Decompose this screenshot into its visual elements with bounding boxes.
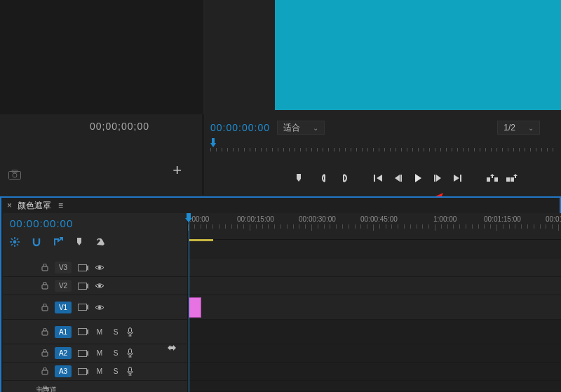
timeline-tool-row <box>10 235 105 249</box>
voiceover-icon[interactable] <box>127 367 133 376</box>
track-tag-v3[interactable]: V3 <box>55 262 72 273</box>
playhead-line[interactable] <box>189 213 189 392</box>
ruler-label: 1:00:00 <box>433 215 457 223</box>
track-tag-a3[interactable]: A3 <box>55 365 72 377</box>
eye-icon[interactable] <box>95 304 104 311</box>
solo-button[interactable]: S <box>111 367 121 375</box>
svg-point-12 <box>13 241 17 244</box>
svg-rect-31 <box>79 329 87 335</box>
voiceover-icon[interactable] <box>127 349 133 358</box>
playhead-head-icon[interactable] <box>184 213 193 225</box>
lock-icon[interactable] <box>41 367 48 375</box>
track-output-icon[interactable] <box>78 283 88 290</box>
linked-selection-icon[interactable] <box>53 237 63 247</box>
eye-icon[interactable] <box>95 264 104 271</box>
svg-rect-5 <box>400 175 402 182</box>
track-output-icon[interactable] <box>78 304 88 311</box>
track-header-v3[interactable]: V3 <box>3 259 188 277</box>
transport-bar <box>205 168 561 189</box>
close-panel-button[interactable]: × <box>7 201 12 210</box>
panel-menu-icon[interactable]: ≡ <box>58 201 65 210</box>
snap-toggle-icon[interactable] <box>32 237 41 247</box>
zoom-fit-dropdown[interactable]: 适合 ⌄ <box>277 121 325 135</box>
track-tag-a1[interactable]: A1 <box>55 326 72 338</box>
go-to-in-button[interactable] <box>369 170 388 187</box>
mark-in-button[interactable] <box>316 170 335 187</box>
lane-main[interactable] <box>188 381 561 392</box>
track-tag-v1[interactable]: V1 <box>55 302 72 313</box>
track-output-icon[interactable] <box>78 368 88 375</box>
lane-a3[interactable] <box>188 363 561 381</box>
track-header-a3[interactable]: A3 M S <box>3 363 188 381</box>
play-stop-toggle-button[interactable] <box>408 170 428 187</box>
timeline-timecode[interactable]: 00:00:00:00 <box>10 217 73 229</box>
track-header-main[interactable]: 主声道 <box>3 381 188 392</box>
svg-rect-8 <box>487 177 490 182</box>
lock-icon[interactable] <box>41 349 48 357</box>
lane-v2[interactable] <box>188 277 561 295</box>
svg-rect-7 <box>460 175 461 182</box>
svg-rect-11 <box>511 177 514 182</box>
lane-v1[interactable] <box>188 295 561 320</box>
lock-icon[interactable] <box>41 328 48 336</box>
lane-a1[interactable] <box>188 320 561 344</box>
step-back-button[interactable] <box>388 170 408 187</box>
track-header-a2[interactable]: A2 M S <box>3 344 188 363</box>
svg-line-17 <box>11 238 13 240</box>
add-marker-icon[interactable] <box>75 237 83 247</box>
lock-icon[interactable] <box>41 304 48 311</box>
svg-line-19 <box>11 244 13 245</box>
lift-button[interactable] <box>482 170 502 187</box>
step-forward-button[interactable] <box>428 170 447 187</box>
source-monitor[interactable] <box>0 0 203 114</box>
svg-rect-10 <box>506 177 510 182</box>
nest-sequence-icon[interactable] <box>10 237 20 247</box>
go-to-out-button[interactable] <box>447 170 467 187</box>
svg-rect-27 <box>42 306 48 311</box>
voiceover-icon[interactable] <box>127 327 133 337</box>
lane-a2[interactable] <box>188 344 561 363</box>
mark-out-button[interactable] <box>335 170 355 187</box>
extract-button[interactable] <box>502 170 522 187</box>
export-frame-icon[interactable] <box>8 170 21 180</box>
eye-icon[interactable] <box>95 283 104 289</box>
clip-color-matte[interactable] <box>189 297 201 318</box>
program-monitor[interactable] <box>275 0 561 110</box>
track-tag-a2[interactable]: A2 <box>55 347 72 359</box>
svg-rect-6 <box>434 175 435 182</box>
svg-rect-40 <box>187 213 191 218</box>
lane-v3[interactable] <box>188 259 561 277</box>
solo-button[interactable]: S <box>111 349 121 357</box>
source-timecode[interactable]: 00;00;00;00 <box>90 121 149 132</box>
track-header-a1[interactable]: A1 M S <box>3 320 188 344</box>
svg-point-26 <box>98 285 101 288</box>
track-output-icon[interactable] <box>78 328 88 335</box>
solo-button[interactable]: S <box>111 328 121 336</box>
add-marker-button[interactable] <box>289 170 309 187</box>
work-area-bar[interactable] <box>189 239 213 241</box>
lock-icon[interactable] <box>41 282 48 290</box>
mute-button[interactable]: M <box>95 367 104 375</box>
sequence-name[interactable]: 颜色遮罩 <box>18 200 51 212</box>
lock-icon[interactable] <box>41 264 48 271</box>
track-header-v2[interactable]: V2 <box>3 277 188 295</box>
svg-line-20 <box>17 238 18 240</box>
timeline-ruler[interactable]: |:00:00 00:00:15:00 00:00:30:00 00:00:45… <box>188 213 561 240</box>
scrubber-playhead-icon[interactable] <box>209 138 217 148</box>
track-header-v1[interactable]: V1 <box>3 295 188 320</box>
program-timecode[interactable]: 00:00:00:00 <box>210 122 270 133</box>
svg-rect-33 <box>42 352 48 356</box>
track-output-icon[interactable] <box>78 350 88 357</box>
mute-button[interactable]: M <box>95 328 104 336</box>
svg-rect-34 <box>79 350 87 356</box>
timeline-settings-icon[interactable] <box>95 237 105 247</box>
svg-rect-22 <box>79 264 87 271</box>
ruler-label: 00:01:15:00 <box>484 215 521 223</box>
track-output-icon[interactable] <box>78 264 88 271</box>
svg-line-18 <box>17 244 18 245</box>
mute-button[interactable]: M <box>95 349 104 357</box>
sync-lock-icon[interactable] <box>167 344 177 354</box>
add-button[interactable]: + <box>173 161 182 180</box>
track-tag-v2[interactable]: V2 <box>55 280 72 292</box>
playback-resolution-dropdown[interactable]: 1/2 ⌄ <box>497 121 540 135</box>
